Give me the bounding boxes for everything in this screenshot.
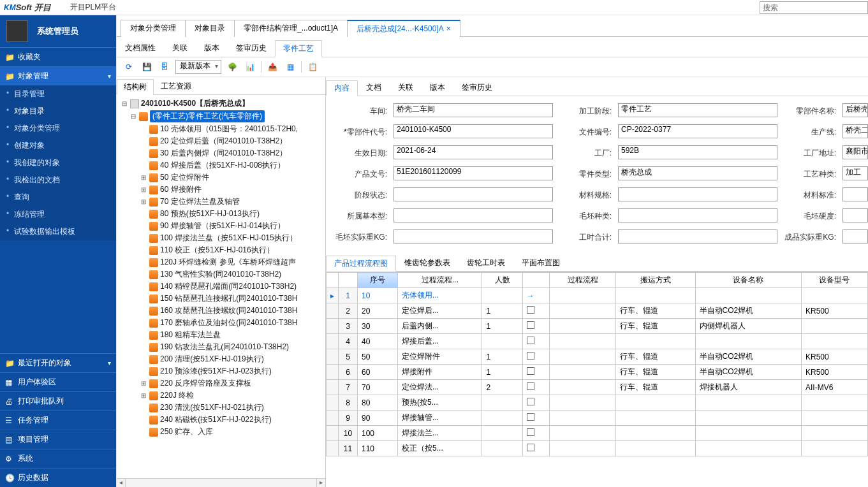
input-parttype[interactable]: 桥壳总成 [618,166,777,180]
nav-favorites[interactable]: 📁 收藏夹 [0,48,116,66]
collapse-icon[interactable]: ⊟ [129,113,137,120]
tree-node[interactable]: 10 壳体领用（015图号：2401015-T2H0, [118,123,324,135]
tree-node[interactable]: 90 焊接轴管（按51XF-HJ-014执行） [118,220,324,232]
toggle-icon[interactable]: ⊞ [140,186,147,193]
table-row[interactable]: 440焊接后盖... [327,334,868,349]
global-search-input[interactable] [760,1,868,14]
tree-node[interactable]: ⊞220 反序焊管路座及支撑板 [118,377,324,389]
input-prodw[interactable] [842,229,868,244]
nav-item[interactable]: 创建对象 [0,137,116,154]
toolbar-export-icon[interactable]: 📤 [265,60,279,74]
grid-tab[interactable]: 齿轮工时表 [459,255,513,271]
tree-node[interactable]: 80 预热(按51XF-HJ-013执行) [118,208,324,220]
toolbar-tree-icon[interactable]: 🌳 [225,60,239,74]
detail-tab[interactable]: 关联 [390,80,422,96]
toggle-icon[interactable]: ⊞ [140,174,147,181]
tree-node[interactable]: 150 钻琵琶孔连接螺孔(同2401010-T38H [118,293,324,305]
input-proctype[interactable]: 加工 [842,166,868,180]
table-row[interactable]: 10100焊接法兰... [327,426,868,441]
toolbar-save-icon[interactable]: 💾 [140,60,154,74]
input-partname[interactable]: 后桥壳 [842,103,868,117]
table-row[interactable]: 880预热(按5... [327,395,868,411]
grid-header[interactable]: 设备名称 [695,273,801,288]
toggle-icon[interactable]: ⊞ [140,380,147,387]
left-tab[interactable]: 工艺资源 [154,78,198,94]
checkbox-icon[interactable] [527,428,534,436]
tree-node[interactable]: 200 清理(按51XF-HJ-019执行) [118,353,324,365]
input-prodno[interactable]: 51E201601120099 [394,166,553,180]
tree-node[interactable]: ⊞220J 终检 [118,389,324,402]
sub-tab[interactable]: 零件工艺 [275,40,322,57]
input-line[interactable]: 桥壳二 [842,124,868,138]
nav-tasks[interactable]: ☰任务管理 [0,411,116,430]
grid-tab[interactable]: 锥齿轮参数表 [396,255,459,271]
grid-header[interactable] [522,273,550,288]
sub-tab[interactable]: 关联 [164,40,196,57]
checkbox-icon[interactable] [527,398,534,405]
version-select[interactable]: 最新版本 [175,60,221,74]
main-tab[interactable]: 零部件结构管理_...oduct1]A [234,20,348,37]
detail-tab[interactable]: 文档 [358,80,390,96]
table-row[interactable]: ▸110壳体领用...→ [327,288,868,303]
grid-header[interactable]: 设备型号 [801,273,867,288]
nav-item[interactable]: 查询 [0,189,116,206]
scroll-left-icon[interactable]: ◂ [117,479,126,487]
checkbox-icon[interactable] [527,352,534,360]
table-row[interactable]: 770定位焊法...2行车、辊道焊接机器人AII-MV6 [327,380,868,395]
nav-item[interactable]: 冻结管理 [0,206,116,223]
input-hours[interactable] [618,229,777,244]
sub-tab[interactable]: 文档属性 [117,40,164,57]
tree-node[interactable]: ⊞70 定位焊法兰盘及轴管 [118,196,324,208]
structure-tree[interactable]: ⊟2401010-K4500【后桥壳总成】⊟(零件工艺)零件工艺(汽车零部件)1… [117,95,325,478]
input-factory[interactable]: 592B [618,145,777,159]
grid-header[interactable]: 过程流程... [398,273,482,288]
checkbox-icon[interactable] [527,413,534,421]
input-blankw[interactable] [394,229,553,244]
tree-node[interactable]: 120J 环焊缝检测 参见《车桥环焊缝超声 [118,256,324,268]
toolbar-refresh-icon[interactable]: ⟳ [122,60,136,74]
sub-tab[interactable]: 签审历史 [228,40,275,57]
nav-system[interactable]: ⚙系统 [0,449,116,468]
checkbox-icon[interactable] [527,444,534,451]
nav-history[interactable]: 🕓历史数据 [0,469,116,487]
grid-header[interactable]: 人数 [482,273,522,288]
tree-node[interactable]: 20 定位焊后盖（同2401010-T38H2） [118,135,324,147]
tree-node[interactable]: 190 钻攻法兰盘孔(同2401010-T38H2) [118,341,324,353]
input-matspec[interactable] [618,187,777,201]
main-tab[interactable]: 对象分类管理 [121,20,186,37]
nav-item[interactable]: 对象分类管理 [0,120,116,137]
input-basemodel[interactable] [394,208,553,222]
grid-header[interactable]: 序号 [358,273,398,288]
checkbox-icon[interactable] [527,306,534,314]
nav-print-queue[interactable]: 🖨打印审批队列 [0,392,116,411]
toolbar-db-icon[interactable]: 🗄 [158,60,172,74]
input-blankhard[interactable] [842,208,868,222]
input-stagestate[interactable] [394,187,553,201]
nav-item[interactable]: 目录管理 [0,85,116,103]
tree-node[interactable]: 170 磨轴承位及油封位(同2401010-T38H [118,317,324,329]
grid-tab[interactable]: 平面布置图 [513,255,568,271]
detail-tab[interactable]: 签审历史 [453,80,501,96]
toolbar-chart-icon[interactable]: 📊 [243,60,257,74]
nav-item[interactable]: 试验数据输出模板 [0,223,116,240]
tree-node[interactable]: ⊞50 定位焊附件 [118,171,324,184]
sub-tab[interactable]: 版本 [196,40,228,57]
main-tab[interactable]: 对象目录 [185,20,235,37]
nav-ux[interactable]: ▦用户体验区 [0,373,116,391]
tree-node[interactable]: ⊞60 焊接附件 [118,184,324,196]
checkbox-icon[interactable] [527,367,534,375]
process-grid[interactable]: 序号过程流程...人数过程流程搬运方式设备名称设备型号▸110壳体领用...→2… [326,272,868,487]
input-factaddr[interactable]: 襄阳市 [842,145,868,159]
table-row[interactable]: 220定位焊后...1行车、辊道半自动CO2焊机KR500 [327,303,868,319]
close-icon[interactable]: × [446,24,451,33]
checkbox-icon[interactable] [527,337,534,344]
horizontal-scrollbar[interactable]: ◂ ▸ [117,478,325,487]
tree-node[interactable]: 40 焊接后盖（按51XF-HJ-008执行） [118,159,324,171]
checkbox-icon[interactable] [527,382,534,390]
tree-node[interactable]: 110 校正（按51XF-HJ-016执行） [118,244,324,256]
input-partcode[interactable]: 2401010-K4500 [394,124,553,138]
tree-node[interactable]: 160 攻琵琶孔连接螺纹(同2401010-T38H [118,305,324,317]
grid-tab[interactable]: 产品过程流程图 [326,256,396,272]
tree-root[interactable]: ⊟2401010-K4500【后桥壳总成】 [118,98,324,110]
checkbox-icon[interactable] [527,321,534,329]
